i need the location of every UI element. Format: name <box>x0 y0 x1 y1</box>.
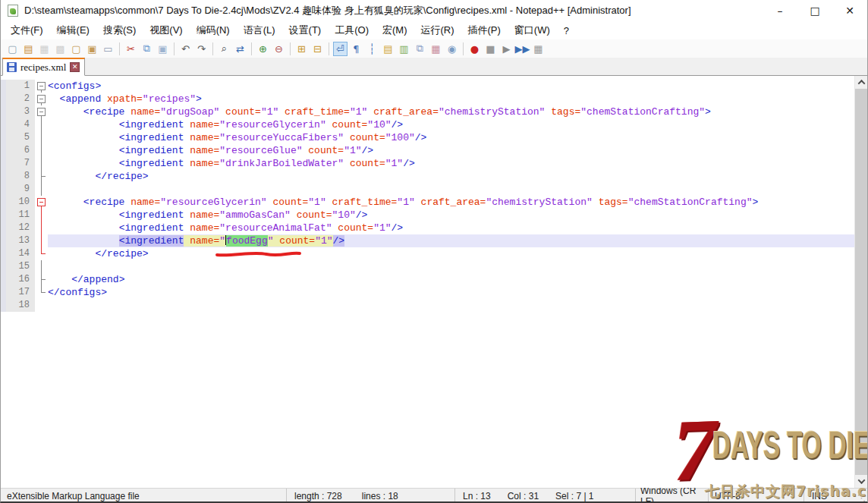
new-file-icon[interactable]: ▢ <box>5 42 20 56</box>
code-line[interactable]: 4 <ingredient name="resourceGlycerin" co… <box>1 118 867 131</box>
code-line[interactable]: 1<configs> <box>1 80 867 93</box>
copy-icon[interactable]: ⧉ <box>140 42 154 56</box>
indent-guide-icon[interactable]: ┆ <box>365 42 379 56</box>
status-selection: Sel : 7 | 1 <box>555 491 593 501</box>
code-line[interactable]: 7 <ingredient name="drinkJarBoiledWater"… <box>1 157 867 170</box>
tab-recipes-xml[interactable]: recipes.xml ✕ <box>2 58 85 76</box>
undo-icon[interactable]: ↶ <box>178 42 193 56</box>
fold-margin <box>35 222 48 234</box>
code-line[interactable]: 18 <box>1 299 867 312</box>
minimize-button[interactable]: – <box>763 0 797 21</box>
status-caret-position: Ln : 13 Col : 31 Sel : 7 | 1 <box>454 489 635 503</box>
zoom-in-icon[interactable]: ⊕ <box>256 42 270 56</box>
line-number: 9 <box>6 183 35 196</box>
menu-item[interactable]: 运行(R) <box>414 21 461 39</box>
code-line[interactable]: 9 <box>1 183 867 196</box>
sync-horizontal-icon[interactable]: ⊟ <box>310 42 325 56</box>
folder-as-workspace-icon[interactable]: ▦ <box>429 42 443 56</box>
code-line[interactable]: 12 <ingredient name="resourceAnimalFat" … <box>1 222 867 234</box>
redo-icon[interactable]: ↷ <box>194 42 209 56</box>
document-map-icon[interactable]: ▥ <box>397 42 411 56</box>
line-number: 18 <box>6 299 35 312</box>
monitoring-icon[interactable]: ◉ <box>445 42 459 56</box>
menu-item[interactable]: 语言(L) <box>237 21 282 39</box>
save-all-icon[interactable]: ▩ <box>53 42 68 56</box>
menu-item[interactable]: 编辑(E) <box>50 21 96 39</box>
replace-icon[interactable]: ⇄ <box>233 42 247 56</box>
paste-icon[interactable]: ▣ <box>156 42 170 56</box>
code-line[interactable]: 13 <ingredient name="foodEgg" count="1"/… <box>1 234 867 247</box>
zoom-out-icon[interactable]: ⊖ <box>272 42 286 56</box>
code-line[interactable]: 14 </recipe> <box>1 247 867 260</box>
bookmark-margin <box>1 170 6 183</box>
fold-collapse-icon[interactable] <box>35 196 48 209</box>
cut-icon[interactable]: ✂ <box>124 42 138 56</box>
menu-item[interactable]: 设置(T) <box>282 21 329 39</box>
status-doctype: eXtensible Markup Language file <box>1 489 286 503</box>
menu-item[interactable]: 视图(V) <box>143 21 189 39</box>
code-line[interactable]: 3 <recipe name="drugSoap" count="1" craf… <box>1 105 867 118</box>
code-text: </append> <box>48 273 854 286</box>
document-list-icon[interactable]: ⧉ <box>413 42 427 56</box>
code-text: <recipe name="resourceGlycerin" count="1… <box>48 196 854 209</box>
close-button[interactable]: ✕ <box>832 0 867 21</box>
menu-item[interactable]: 工具(O) <box>328 21 376 39</box>
menu-item[interactable]: ? <box>557 23 576 39</box>
code-line[interactable]: 11 <ingredient name="ammoGasCan" count="… <box>1 209 867 222</box>
code-text: </recipe> <box>48 170 854 183</box>
macro-save-icon[interactable]: ▦ <box>531 42 546 56</box>
word-wrap-icon[interactable]: ⏎ <box>333 42 348 56</box>
menu-item[interactable]: 插件(P) <box>461 21 508 39</box>
code-line[interactable]: 5 <ingredient name="resourceYuccaFibers"… <box>1 131 867 144</box>
maximize-button[interactable]: □ <box>797 0 832 21</box>
tab-close-icon[interactable]: ✕ <box>70 62 80 72</box>
menu-item[interactable]: 宏(M) <box>376 21 414 39</box>
code-text: <configs> <box>48 80 854 93</box>
menu-item[interactable]: 窗口(W) <box>508 21 557 39</box>
code-line[interactable]: 16 </append> <box>1 273 867 286</box>
code-line[interactable]: 6 <ingredient name="resourceGlue" count=… <box>1 144 867 157</box>
window-controls: – □ ✕ <box>763 0 867 21</box>
save-icon[interactable]: ▦ <box>37 42 52 56</box>
menu-item[interactable]: 搜索(S) <box>96 21 143 39</box>
toolbar-separator <box>290 42 291 55</box>
toolbar-separator <box>463 42 464 55</box>
status-length: length : 728 <box>294 491 342 501</box>
close-file-icon[interactable]: ▢ <box>69 42 83 56</box>
line-number: 15 <box>6 260 35 273</box>
menu-item[interactable]: 编码(N) <box>190 21 237 39</box>
scrollbar-down-icon[interactable] <box>855 475 867 488</box>
code-text: <ingredient name="drinkJarBoiledWater" c… <box>48 157 854 170</box>
bookmark-margin <box>1 118 6 131</box>
title-bar: D:\steam\steamapps\common\7 Days To Die-… <box>1 0 867 21</box>
resize-grip: ⋱ <box>857 493 866 503</box>
code-line[interactable]: 15 <box>1 260 867 273</box>
find-icon[interactable]: ⌕ <box>217 42 231 56</box>
print-icon[interactable]: ▭ <box>101 42 115 56</box>
vertical-scrollbar[interactable] <box>854 76 867 488</box>
fold-margin <box>35 157 48 170</box>
code-line[interactable]: 10 <recipe name="resourceGlycerin" count… <box>1 196 867 209</box>
status-column: Col : 31 <box>508 491 539 501</box>
macro-play-icon[interactable]: ▶ <box>499 42 514 56</box>
code-line[interactable]: 17</configs> <box>1 286 867 299</box>
code-line[interactable]: 2 <append xpath="recipes"> <box>1 93 867 105</box>
macro-run-multiple-icon[interactable]: ▶▶ <box>515 42 530 56</box>
show-all-characters-icon[interactable]: ¶ <box>349 42 363 56</box>
code-line[interactable]: 8 </recipe> <box>1 170 867 183</box>
fold-collapse-icon[interactable] <box>35 105 48 118</box>
editor[interactable]: 1<configs>2 <append xpath="recipes">3 <r… <box>1 76 867 488</box>
menu-item[interactable]: 文件(F) <box>4 21 50 39</box>
code-text: <ingredient name="resourceYuccaFibers" c… <box>48 131 854 144</box>
fold-collapse-icon[interactable] <box>35 93 48 105</box>
fold-collapse-icon[interactable] <box>35 80 48 93</box>
function-list-icon[interactable]: ▤ <box>381 42 395 56</box>
sync-vertical-icon[interactable]: ⊞ <box>294 42 309 56</box>
close-all-icon[interactable]: ▣ <box>85 42 99 56</box>
bookmark-margin <box>1 144 6 157</box>
macro-stop-icon[interactable]: ■ <box>483 42 498 56</box>
scrollbar-up-icon[interactable] <box>855 76 867 89</box>
open-folder-icon[interactable]: ▤ <box>21 42 36 56</box>
macro-record-icon[interactable]: ● <box>467 42 482 56</box>
line-number: 4 <box>6 118 35 131</box>
